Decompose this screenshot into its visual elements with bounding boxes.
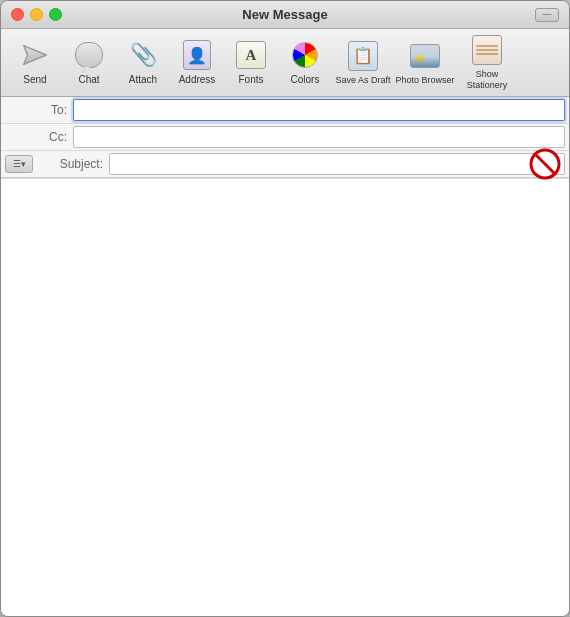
subject-input[interactable] xyxy=(109,153,565,175)
title-bar: New Message xyxy=(1,1,569,29)
cc-row: Cc: xyxy=(1,124,569,151)
address-label: Address xyxy=(179,74,216,86)
fonts-button[interactable]: A Fonts xyxy=(225,34,277,92)
photo-browser-label: Photo Browser xyxy=(395,75,454,86)
show-stationery-button[interactable]: Show Stationery xyxy=(457,34,517,92)
stationery-icon xyxy=(471,34,503,66)
draft-icon: 📋 xyxy=(347,40,379,72)
send-button[interactable]: Send xyxy=(9,34,61,92)
svg-marker-0 xyxy=(24,46,47,65)
attach-button[interactable]: 📎 Attach xyxy=(117,34,169,92)
delete-button[interactable] xyxy=(529,148,561,180)
photo-browser-button[interactable]: Photo Browser xyxy=(395,34,455,92)
title-bar-right xyxy=(535,8,559,22)
show-stationery-label: Show Stationery xyxy=(457,69,517,91)
address-icon: 👤 xyxy=(181,39,213,71)
maximize-button[interactable] xyxy=(49,8,62,21)
colors-icon xyxy=(289,39,321,71)
compose-options-icon: ☰▾ xyxy=(13,159,26,169)
photo-icon xyxy=(409,40,441,72)
to-label: To: xyxy=(1,103,73,117)
fonts-icon: A xyxy=(235,39,267,71)
collapse-button[interactable] xyxy=(535,8,559,22)
fonts-label: Fonts xyxy=(238,74,263,86)
colors-button[interactable]: Colors xyxy=(279,34,331,92)
new-message-window: New Message Send xyxy=(0,0,570,617)
attach-label: Attach xyxy=(129,74,157,86)
to-input[interactable] xyxy=(73,99,565,121)
cc-input[interactable] xyxy=(73,126,565,148)
compose-body[interactable] xyxy=(1,178,569,616)
window-controls xyxy=(11,8,62,21)
address-button[interactable]: 👤 Address xyxy=(171,34,223,92)
subject-row: ☰▾ Subject: xyxy=(1,151,569,177)
fields-area: To: Cc: ☰▾ Subject: xyxy=(1,97,569,178)
toolbar: Send Chat 📎 Attach 👤 Address A xyxy=(1,29,569,97)
send-icon xyxy=(19,39,51,71)
window-title: New Message xyxy=(242,7,327,22)
send-label: Send xyxy=(23,74,46,86)
compose-options-button[interactable]: ☰▾ xyxy=(5,155,33,173)
compose-options: ☰▾ xyxy=(1,155,37,173)
chat-button[interactable]: Chat xyxy=(63,34,115,92)
to-row: To: xyxy=(1,97,569,124)
save-as-draft-label: Save As Draft xyxy=(335,75,390,86)
chat-icon xyxy=(73,39,105,71)
minimize-button[interactable] xyxy=(30,8,43,21)
colors-label: Colors xyxy=(291,74,320,86)
close-button[interactable] xyxy=(11,8,24,21)
save-as-draft-button[interactable]: 📋 Save As Draft xyxy=(333,34,393,92)
chat-label: Chat xyxy=(78,74,99,86)
cc-label: Cc: xyxy=(1,130,73,144)
attach-icon: 📎 xyxy=(127,39,159,71)
subject-label: Subject: xyxy=(37,157,109,171)
